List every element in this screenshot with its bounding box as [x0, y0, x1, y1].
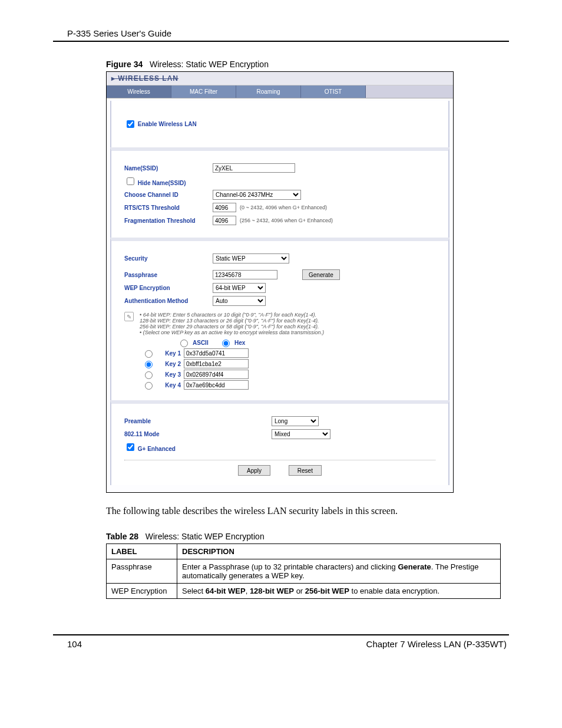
enable-wireless-checkbox[interactable]	[127, 120, 134, 128]
page-number: 104	[67, 639, 82, 649]
ssid-input[interactable]	[213, 163, 295, 173]
hide-ssid-checkbox[interactable]	[127, 177, 134, 185]
frag-input[interactable]	[213, 216, 236, 225]
reset-button[interactable]: Reset	[289, 465, 322, 476]
hide-ssid-label: Hide Name(SSID)	[138, 180, 186, 186]
figure-title: Wireless: Static WEP Encryption	[150, 60, 269, 69]
generate-button[interactable]: Generate	[302, 269, 340, 280]
mode-label: 802.11 Mode	[124, 431, 213, 437]
page-footer: 104 Chapter 7 Wireless LAN (P-335WT)	[53, 639, 509, 649]
doc-header: P-335 Series User's Guide	[53, 28, 509, 38]
row2-desc: Select 64-bit WEP, 128-bit WEP or 256-bi…	[177, 584, 501, 599]
security-section: Security Static WEP Passphrase Generate …	[110, 238, 449, 400]
enable-section: Enable Wireless LAN	[110, 101, 449, 147]
table-row: Passphrase Enter a Passphrase (up to 32 …	[107, 559, 501, 584]
body-paragraph: The following table describes the wirele…	[106, 506, 459, 516]
table-title: Wireless: Static WEP Encryption	[146, 532, 265, 541]
frag-hint: (256 ~ 2432, 4096 when G+ Enhanced)	[240, 218, 333, 223]
screenshot-figure: ▸ WIRELESS LAN Wireless MAC Filter Roami…	[106, 71, 454, 493]
note-line-3: 256-bit WEP: Enter 29 characters or 58 d…	[140, 324, 324, 330]
key1-input[interactable]	[184, 348, 249, 358]
gplus-label: G+ Enhanced	[138, 446, 176, 452]
preamble-select[interactable]: Long	[272, 416, 319, 426]
gplus-row: G+ Enhanced	[124, 442, 176, 453]
passphrase-label: Passphrase	[124, 272, 213, 278]
ssid-label: Name(SSID)	[124, 165, 213, 172]
info-icon: ✎	[124, 312, 134, 321]
enable-wireless-row: Enable Wireless LAN	[124, 118, 435, 130]
button-row: Apply Reset	[124, 460, 435, 476]
key3-radio[interactable]	[145, 371, 153, 379]
tab-roaming[interactable]: Roaming	[236, 85, 301, 98]
footer-rule	[53, 634, 509, 635]
key4-radio[interactable]	[145, 382, 153, 390]
table-number: Table 28	[106, 532, 138, 541]
key2-radio[interactable]	[145, 361, 153, 368]
key4-label: Key 4	[157, 382, 181, 388]
gplus-checkbox[interactable]	[127, 443, 134, 451]
ascii-label: ASCII	[193, 340, 209, 346]
note-line-1: • 64-bit WEP: Enter 5 characters or 10 d…	[140, 312, 324, 318]
key4-input[interactable]	[184, 380, 249, 390]
auth-method-select[interactable]: Auto	[213, 296, 266, 306]
enable-wireless-label: Enable Wireless LAN	[138, 121, 197, 127]
rts-input[interactable]	[213, 203, 236, 212]
note-line-2: 128-bit WEP: Enter 13 characters or 26 d…	[140, 318, 324, 324]
auth-method-label: Authentication Method	[124, 298, 213, 304]
th-description: DESCRIPTION	[177, 544, 501, 559]
tab-otist[interactable]: OTIST	[301, 85, 366, 98]
security-label: Security	[124, 255, 213, 262]
wep-note: ✎ • 64-bit WEP: Enter 5 characters or 10…	[124, 312, 435, 335]
mode-select[interactable]: Mixed	[272, 429, 330, 439]
hex-radio[interactable]	[222, 340, 230, 347]
tab-mac-filter[interactable]: MAC Filter	[171, 85, 236, 98]
row2-label: WEP Encryption	[107, 584, 177, 599]
table-header-row: LABEL DESCRIPTION	[107, 544, 501, 559]
wep-encryption-select[interactable]: 64-bit WEP	[213, 283, 266, 293]
table-row: WEP Encryption Select 64-bit WEP, 128-bi…	[107, 584, 501, 599]
key1-radio[interactable]	[145, 350, 153, 358]
security-select[interactable]: Static WEP	[213, 253, 289, 263]
rts-label: RTS/CTS Threshold	[124, 205, 213, 211]
preamble-label: Preamble	[124, 418, 213, 424]
passphrase-input[interactable]	[213, 270, 277, 279]
table-caption: Table 28 Wireless: Static WEP Encryption	[106, 532, 509, 541]
wep-encryption-label: WEP Encryption	[124, 285, 213, 291]
channel-label: Choose Channel ID	[124, 192, 213, 198]
window-title: ▸ WIRELESS LAN	[107, 72, 453, 85]
advanced-section: Preamble Long 802.11 Mode Mixed G+ Enhan…	[110, 400, 449, 485]
key1-label: Key 1	[157, 350, 181, 357]
ascii-radio[interactable]	[180, 340, 188, 347]
key2-input[interactable]	[184, 359, 249, 368]
key3-input[interactable]	[184, 370, 249, 379]
basic-section: Name(SSID) Hide Name(SSID) Choose Channe…	[110, 147, 449, 238]
chapter-title: Chapter 7 Wireless LAN (P-335WT)	[366, 639, 507, 649]
header-rule	[53, 41, 509, 42]
hex-label: Hex	[234, 340, 245, 346]
hide-ssid-row: Hide Name(SSID)	[124, 180, 186, 186]
tab-wireless[interactable]: Wireless	[107, 85, 171, 98]
channel-select[interactable]: Channel-06 2437MHz	[213, 190, 301, 200]
frag-label: Fragmentation Threshold	[124, 218, 213, 224]
rts-hint: (0 ~ 2432, 4096 when G+ Enhanced)	[240, 205, 327, 210]
apply-button[interactable]: Apply	[238, 465, 270, 476]
note-line-4: • (Select one WEP key as an active key t…	[140, 330, 324, 335]
row1-label: Passphrase	[107, 559, 177, 584]
figure-caption: Figure 34 Wireless: Static WEP Encryptio…	[106, 60, 509, 69]
key2-label: Key 2	[157, 361, 181, 367]
key3-label: Key 3	[157, 371, 181, 378]
row1-desc: Enter a Passphrase (up to 32 printable c…	[177, 559, 501, 584]
description-table: LABEL DESCRIPTION Passphrase Enter a Pas…	[106, 543, 501, 599]
figure-number: Figure 34	[106, 60, 143, 69]
th-label: LABEL	[107, 544, 177, 559]
tab-bar: Wireless MAC Filter Roaming OTIST	[107, 85, 453, 98]
